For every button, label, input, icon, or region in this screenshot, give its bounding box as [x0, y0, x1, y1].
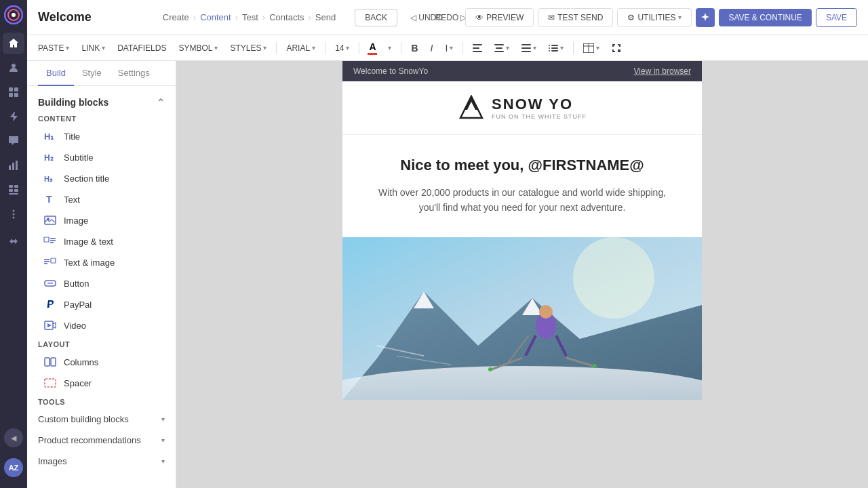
email-ski-image-section — [342, 237, 702, 400]
symbol-btn[interactable]: SYMBOL ▾ — [173, 41, 223, 56]
block-spacer[interactable]: Spacer — [33, 373, 170, 393]
nav-icon-grid[interactable] — [3, 81, 24, 103]
toolbar-sep-2 — [325, 42, 326, 54]
nav-collapse-btn[interactable]: ◀ — [4, 428, 23, 447]
utilities-button[interactable]: ⚙ UTILITIES ▾ — [617, 8, 692, 27]
breadcrumb-send[interactable]: Send — [315, 12, 336, 22]
preview-button[interactable]: 👁 PREVIEW — [465, 8, 534, 27]
block-text[interactable]: T Text — [33, 189, 170, 209]
nav-icon-chart[interactable] — [3, 155, 24, 176]
tab-style[interactable]: Style — [74, 61, 110, 86]
magic-btn[interactable] — [696, 8, 715, 27]
nav-icon-chat[interactable] — [3, 130, 24, 152]
block-video[interactable]: Video — [33, 315, 170, 336]
building-blocks-header: Building blocks ⌃ — [27, 92, 176, 110]
test-send-button[interactable]: ✉ TEST SEND — [538, 8, 613, 27]
font-color-icon: A — [369, 41, 376, 52]
bold-btn[interactable]: B — [406, 40, 423, 56]
tabs-header: Build Style Settings — [27, 61, 176, 86]
block-subtitle[interactable]: H₂ Subtitle — [33, 147, 170, 167]
datafields-btn[interactable]: DATAFIELDS — [112, 41, 172, 56]
nav-icon-contacts[interactable] — [3, 57, 24, 79]
svg-rect-10 — [16, 161, 18, 170]
block-paypal[interactable]: PayPal — [33, 294, 170, 314]
tab-settings[interactable]: Settings — [110, 61, 158, 86]
block-columns[interactable]: Columns — [33, 352, 170, 372]
breadcrumb-test[interactable]: Test — [242, 12, 258, 22]
tab-build[interactable]: Build — [38, 61, 74, 86]
toolbar-sep-4 — [401, 42, 401, 54]
svg-point-32 — [549, 50, 550, 52]
nav-icon-dots[interactable] — [3, 203, 24, 225]
product-recs-toggle[interactable]: Product recommendations ▾ — [27, 430, 176, 451]
ski-scene-svg — [342, 237, 702, 400]
block-image-text[interactable]: Image & text — [33, 231, 170, 251]
align-left-btn[interactable] — [467, 41, 488, 55]
svg-point-17 — [13, 214, 15, 216]
undo-btn[interactable]: ◁ UNDO — [416, 7, 437, 28]
paste-btn[interactable]: PASTE ▾ — [33, 41, 75, 56]
breadcrumb-content[interactable]: Content — [200, 12, 231, 22]
ski-image — [342, 237, 702, 400]
save-button[interactable]: SAVE — [816, 8, 857, 27]
block-image[interactable]: Image — [33, 210, 170, 230]
nav-icon-blocks[interactable] — [3, 179, 24, 201]
app-logo[interactable] — [4, 5, 23, 24]
block-text-image[interactable]: Text & image — [33, 252, 170, 272]
font-size-selector[interactable]: 14 ▾ — [330, 41, 355, 56]
bullet-btn[interactable]: ▾ — [543, 41, 569, 55]
underline-btn[interactable]: I ▾ — [440, 40, 459, 56]
styles-btn[interactable]: STYLES ▾ — [224, 41, 272, 56]
h2-icon: H₂ — [43, 152, 57, 163]
block-image-label: Image — [64, 216, 88, 226]
svg-rect-33 — [551, 50, 558, 52]
block-title[interactable]: H₁ Title — [33, 126, 170, 146]
back-button[interactable]: BACK — [355, 9, 397, 26]
h3-icon: H₃ — [43, 173, 57, 184]
button-icon — [43, 278, 57, 289]
svg-rect-6 — [9, 93, 13, 97]
user-avatar[interactable]: AZ — [4, 458, 23, 477]
view-in-browser-link[interactable]: View in browser — [634, 66, 691, 76]
breadcrumb-sep-4: › — [309, 12, 311, 22]
block-button[interactable]: Button — [33, 273, 170, 293]
email-topbar: Welcome to SnowYo View in browser — [342, 61, 702, 81]
breadcrumb-create[interactable]: Create — [163, 12, 189, 22]
logo-tagline-text: FUN ON THE WHITE STUFF — [492, 113, 587, 120]
table-btn[interactable]: ▾ — [578, 41, 605, 56]
font-color-btn[interactable]: A — [363, 40, 381, 56]
align-btn[interactable]: ▾ — [489, 41, 515, 55]
link-btn[interactable]: LINK ▾ — [76, 41, 111, 56]
email-topbar-text: Welcome to SnowYo — [353, 66, 428, 76]
main-wrapper: Welcome Create › Content › Test › Contac… — [27, 0, 868, 488]
nav-icon-lightning[interactable] — [3, 106, 24, 127]
svg-rect-11 — [9, 185, 13, 188]
svg-rect-31 — [551, 47, 558, 49]
toolbar-sep-6 — [573, 42, 574, 54]
list-btn[interactable]: ▾ — [516, 41, 542, 55]
tools-section-header: Tools — [27, 394, 176, 409]
font-selector[interactable]: ARIAL ▾ — [281, 41, 321, 56]
columns-icon — [43, 357, 57, 367]
block-title-label: Title — [64, 131, 80, 142]
images-toggle[interactable]: Images ▾ — [27, 451, 176, 472]
paste-chevron: ▾ — [66, 44, 69, 52]
block-subtitle-label: Subtitle — [64, 152, 93, 163]
custom-blocks-toggle[interactable]: Custom building blocks ▾ — [27, 409, 176, 430]
nav-icon-link[interactable] — [3, 230, 24, 252]
preview-area[interactable]: Welcome to SnowYo View in browser — [176, 61, 868, 488]
nav-icon-home[interactable] — [3, 33, 24, 54]
expand-btn[interactable] — [606, 41, 627, 56]
building-blocks-collapse[interactable]: ⌃ — [157, 97, 165, 108]
block-section-title[interactable]: H₃ Section title — [33, 168, 170, 188]
svg-point-28 — [549, 45, 550, 46]
color-chevron: ▾ — [388, 44, 391, 52]
breadcrumb-contacts[interactable]: Contacts — [269, 12, 304, 22]
toolbar-sep-1 — [276, 42, 277, 54]
redo-btn[interactable]: REDO ▷ — [441, 7, 461, 28]
svg-rect-9 — [12, 163, 14, 170]
color-chevron-btn[interactable]: ▾ — [382, 41, 397, 54]
save-continue-button[interactable]: SAVE & CONTINUE — [719, 9, 811, 26]
italic-btn[interactable]: I — [425, 40, 439, 56]
svg-marker-54 — [47, 323, 52, 327]
